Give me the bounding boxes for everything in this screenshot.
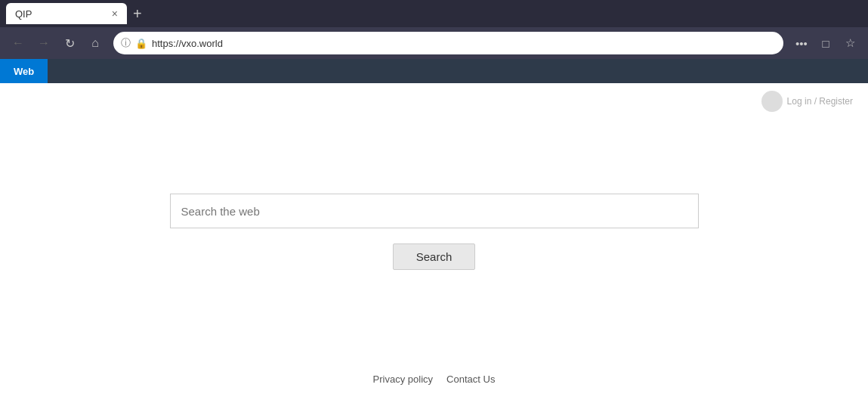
privacy-policy-link[interactable]: Privacy policy bbox=[373, 374, 433, 385]
search-button[interactable]: Search bbox=[393, 243, 476, 270]
home-icon: ⌂ bbox=[91, 36, 99, 50]
page-content: Log in / Register Search Privacy policy … bbox=[0, 83, 868, 403]
new-tab-button[interactable]: + bbox=[133, 5, 142, 23]
home-button[interactable]: ⌂ bbox=[85, 33, 106, 54]
back-icon: ← bbox=[12, 36, 24, 50]
bookmark-button[interactable]: ☆ bbox=[839, 33, 860, 54]
pocket-button[interactable]: □ bbox=[815, 33, 836, 54]
web-tab[interactable]: Web bbox=[0, 59, 48, 83]
lock-icon: 🔒 bbox=[135, 38, 147, 49]
more-button[interactable]: ••• bbox=[791, 33, 812, 54]
reload-icon: ↻ bbox=[65, 36, 75, 51]
web-tab-bar: Web bbox=[0, 59, 868, 83]
top-right-area: Log in / Register bbox=[761, 91, 853, 112]
avatar-text: Log in / Register bbox=[787, 96, 853, 107]
browser-tab[interactable]: QIP × bbox=[6, 3, 127, 24]
avatar bbox=[761, 91, 783, 112]
title-bar: QIP × + bbox=[0, 0, 868, 27]
tab-label: QIP bbox=[15, 8, 32, 20]
search-section: Search bbox=[170, 194, 699, 270]
footer-links: Privacy policy Contact Us bbox=[373, 374, 496, 385]
bookmark-icon: ☆ bbox=[845, 36, 855, 50]
nav-bar: ← → ↻ ⌂ ⓘ 🔒 https://vxo.world ••• □ ☆ bbox=[0, 27, 868, 59]
pocket-icon: □ bbox=[822, 37, 829, 50]
forward-button[interactable]: → bbox=[33, 33, 54, 54]
search-input[interactable] bbox=[170, 194, 699, 228]
url-text: https://vxo.world bbox=[152, 38, 776, 49]
back-button[interactable]: ← bbox=[8, 33, 29, 54]
tab-close-button[interactable]: × bbox=[112, 8, 118, 20]
nav-right-icons: ••• □ ☆ bbox=[791, 33, 860, 54]
info-icon: ⓘ bbox=[121, 36, 131, 50]
contact-us-link[interactable]: Contact Us bbox=[446, 374, 495, 385]
more-icon: ••• bbox=[795, 37, 808, 50]
address-bar[interactable]: ⓘ 🔒 https://vxo.world bbox=[113, 32, 783, 54]
reload-button[interactable]: ↻ bbox=[59, 33, 80, 54]
web-tab-label: Web bbox=[14, 66, 34, 77]
forward-icon: → bbox=[38, 36, 50, 50]
